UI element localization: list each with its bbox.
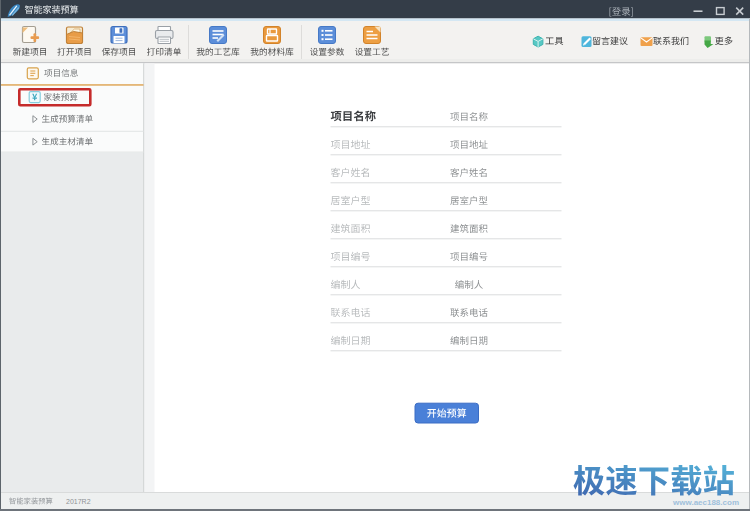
svg-text:www.aec188.com: www.aec188.com [672, 498, 739, 507]
svg-text:2017R2: 2017R2 [66, 498, 91, 505]
